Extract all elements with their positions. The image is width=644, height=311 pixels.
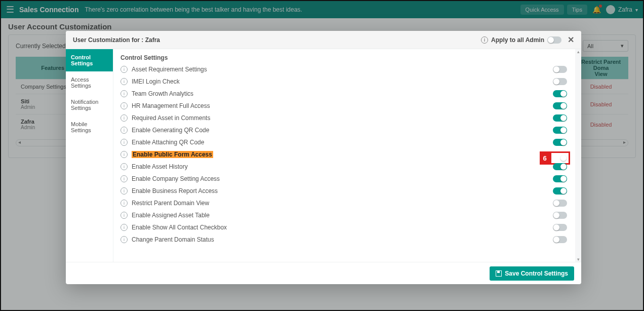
info-icon[interactable]: i: [120, 212, 128, 219]
annotation-badge: 6: [540, 151, 550, 165]
setting-toggle[interactable]: [553, 114, 567, 122]
setting-label: Enable Company Setting Access: [132, 175, 220, 182]
save-icon: [496, 270, 502, 277]
user-customization-modal: User Customization for : Zafra i Apply t…: [66, 31, 581, 284]
setting-row: iRequired Asset in Comments: [113, 112, 574, 124]
info-icon[interactable]: i: [120, 236, 128, 243]
setting-row: iEnable Show All Contact Checkbox: [113, 221, 574, 234]
info-icon[interactable]: i: [120, 175, 128, 182]
setting-toggle[interactable]: [553, 139, 567, 146]
close-icon[interactable]: ✕: [568, 35, 574, 45]
modal-content: Control Settings iAsset Requirement Sett…: [113, 49, 575, 262]
info-icon[interactable]: i: [120, 127, 128, 134]
setting-label: Enable Asset History: [132, 163, 188, 170]
setting-row: iEnable Generating QR Code: [113, 124, 574, 136]
tab-access-settings[interactable]: Access Settings: [66, 71, 113, 94]
setting-toggle[interactable]: [553, 187, 567, 195]
info-icon[interactable]: i: [481, 36, 488, 44]
setting-row: iRestrict Parent Domain View: [113, 197, 574, 209]
setting-label: Asset Requirement Settings: [132, 66, 207, 73]
modal-title: User Customization for : Zafra: [73, 36, 160, 44]
setting-toggle[interactable]: [553, 78, 567, 85]
setting-toggle[interactable]: [553, 102, 567, 109]
apply-all-admin: i Apply to all Admin: [481, 36, 561, 44]
info-icon[interactable]: i: [120, 66, 128, 73]
content-title: Control Settings: [113, 49, 575, 63]
setting-label: IMEI Login Check: [132, 78, 180, 85]
setting-label: Enable Business Report Access: [132, 187, 218, 195]
setting-toggle[interactable]: [553, 212, 567, 219]
setting-toggle[interactable]: [553, 236, 567, 243]
setting-row: iChange Parent Domain Status: [113, 234, 574, 246]
setting-label: Enable Show All Contact Checkbox: [132, 224, 227, 231]
vertical-scrollbar[interactable]: ▴ ▾: [575, 49, 581, 262]
setting-label: Enable Public Form Access: [132, 151, 213, 158]
setting-row: iAsset Requirement Settings: [113, 63, 574, 75]
info-icon[interactable]: i: [120, 114, 128, 122]
info-icon[interactable]: i: [120, 102, 128, 109]
info-icon[interactable]: i: [120, 163, 128, 170]
setting-toggle[interactable]: [553, 90, 567, 97]
tab-notification-settings[interactable]: Notification Settings: [66, 94, 113, 116]
setting-label: Enable Generating QR Code: [132, 127, 209, 134]
setting-toggle[interactable]: [553, 66, 567, 73]
setting-label: Restrict Parent Domain View: [132, 200, 209, 207]
setting-row: iEnable Business Report Access: [113, 185, 574, 197]
setting-toggle[interactable]: [553, 127, 567, 134]
setting-row: iTeam Growth Analytics: [113, 88, 574, 100]
setting-toggle[interactable]: [553, 224, 567, 231]
setting-label: Team Growth Analytics: [132, 90, 193, 97]
setting-toggle[interactable]: [553, 200, 567, 207]
setting-row: iEnable Assigned Asset Table: [113, 209, 574, 221]
info-icon[interactable]: i: [120, 78, 128, 85]
modal-footer: Save Control Settings: [66, 262, 581, 284]
setting-toggle[interactable]: [553, 163, 567, 170]
tab-mobile-settings[interactable]: Mobile Settings: [66, 116, 113, 138]
setting-row: iEnable Attaching QR Code: [113, 136, 574, 148]
setting-label: Enable Assigned Asset Table: [132, 212, 210, 219]
setting-row: iEnable Public Form Access6: [113, 148, 574, 161]
info-icon[interactable]: i: [120, 224, 128, 231]
info-icon[interactable]: i: [120, 200, 128, 207]
settings-list[interactable]: iAsset Requirement SettingsiIMEI Login C…: [113, 63, 575, 262]
save-label: Save Control Settings: [505, 270, 568, 277]
setting-label: Enable Attaching QR Code: [132, 139, 204, 146]
setting-label: HR Management Full Access: [132, 102, 210, 109]
save-button[interactable]: Save Control Settings: [490, 266, 574, 281]
setting-row: iHR Management Full Access: [113, 100, 574, 112]
apply-all-toggle[interactable]: [547, 36, 561, 44]
info-icon[interactable]: i: [120, 187, 128, 195]
apply-label: Apply to all Admin: [491, 36, 544, 44]
setting-row: iIMEI Login Check: [113, 75, 574, 88]
setting-row: iEnable Asset History: [113, 161, 574, 173]
modal-sidebar: Control Settings Access Settings Notific…: [66, 49, 113, 262]
setting-row: iEnable Company Setting Access: [113, 173, 574, 185]
setting-toggle[interactable]: [553, 175, 567, 182]
info-icon[interactable]: i: [120, 90, 128, 97]
setting-label: Change Parent Domain Status: [132, 236, 214, 243]
setting-label: Required Asset in Comments: [132, 114, 210, 122]
modal-header: User Customization for : Zafra i Apply t…: [66, 31, 581, 49]
info-icon[interactable]: i: [120, 139, 128, 146]
info-icon[interactable]: i: [120, 151, 128, 158]
tab-control-settings[interactable]: Control Settings: [66, 49, 113, 71]
